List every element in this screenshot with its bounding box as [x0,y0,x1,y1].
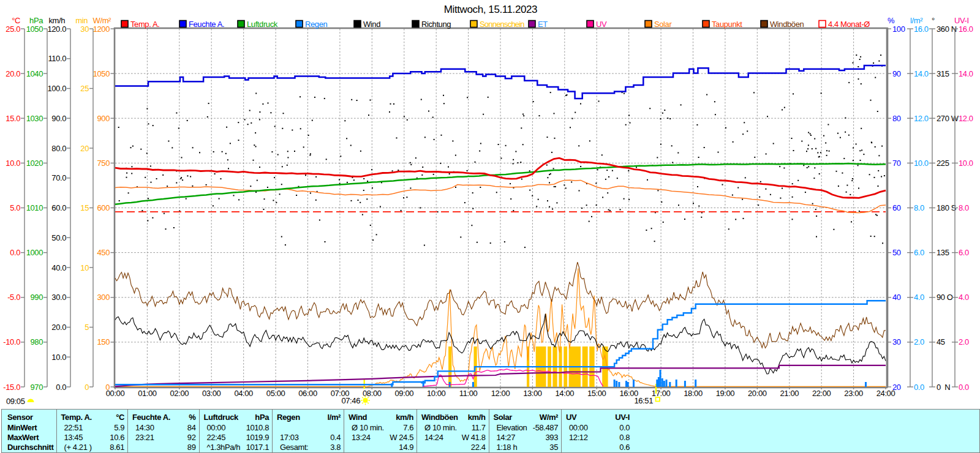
svg-text:1020: 1020 [26,159,43,168]
svg-text:1030: 1030 [26,114,43,123]
svg-text:-10.0: -10.0 [3,337,20,346]
svg-text:06:00: 06:00 [298,389,317,398]
svg-text:10.0: 10.0 [959,159,973,168]
svg-text:1050: 1050 [93,69,110,78]
svg-text:2.0: 2.0 [914,337,924,346]
svg-text:0.0: 0.0 [959,383,969,392]
svg-text:10.0: 10.0 [914,159,929,168]
svg-text:1000: 1000 [26,248,43,257]
svg-text:16.0: 16.0 [914,24,929,34]
svg-text:990: 990 [31,293,43,302]
svg-text:750: 750 [97,159,110,168]
svg-text:150: 150 [97,337,110,346]
svg-text:30: 30 [80,24,89,34]
svg-text:Wind: Wind [363,20,380,29]
svg-text:24:00: 24:00 [876,389,895,398]
svg-text:Feuchte A.: Feuchte A. [189,20,224,29]
svg-text:13:00: 13:00 [523,389,542,398]
svg-text:Mittwoch, 15.11.2023: Mittwoch, 15.11.2023 [444,4,537,15]
svg-text:18:00: 18:00 [684,389,703,398]
svg-text:90 O: 90 O [937,293,953,302]
svg-text:100: 100 [892,24,905,34]
svg-text:22:00: 22:00 [812,389,831,398]
svg-text:02:00: 02:00 [170,389,189,398]
svg-text:min: min [75,16,88,25]
svg-text:20: 20 [80,144,89,153]
svg-text:20:00: 20:00 [748,389,767,398]
svg-text:Regen: Regen [305,20,327,29]
svg-text:0.0: 0.0 [10,248,20,257]
svg-text:80: 80 [892,114,901,123]
svg-text:14.0: 14.0 [959,69,973,78]
svg-text:6.0: 6.0 [959,248,969,257]
svg-text:14:00: 14:00 [556,389,575,398]
svg-text:970: 970 [31,383,43,392]
svg-text:ET: ET [538,20,548,29]
svg-text:50: 50 [892,248,901,257]
svg-text:40.0: 40.0 [51,263,66,272]
svg-text:5.0: 5.0 [10,203,20,212]
svg-text:04:00: 04:00 [234,389,253,398]
svg-text:25: 25 [80,84,89,93]
svg-text:09:00: 09:00 [395,389,414,398]
svg-text:hPa: hPa [29,16,43,25]
svg-text:60.0: 60.0 [51,203,66,212]
svg-text:15: 15 [80,203,89,212]
svg-text:0.0: 0.0 [914,383,924,392]
svg-text:11:00: 11:00 [459,389,478,398]
svg-text:25.0: 25.0 [6,24,20,34]
svg-text:19:00: 19:00 [716,389,735,398]
svg-text:21:00: 21:00 [780,389,799,398]
svg-text:10.0: 10.0 [51,353,66,362]
svg-text:45: 45 [937,337,945,346]
svg-text:10.0: 10.0 [6,159,20,168]
svg-text:450: 450 [97,248,110,257]
svg-text:UV: UV [596,20,607,29]
svg-text:90.0: 90.0 [51,114,66,123]
svg-text:14.0: 14.0 [914,69,929,78]
svg-text:8.0: 8.0 [914,203,924,212]
svg-text:17:00: 17:00 [652,389,671,398]
svg-text:6.0: 6.0 [914,248,924,257]
svg-text:00:00: 00:00 [106,389,125,398]
svg-text:16.0: 16.0 [959,24,973,34]
svg-text:70: 70 [892,159,901,168]
svg-text:15.0: 15.0 [6,114,20,123]
svg-text:1200: 1200 [93,24,110,34]
svg-text:10:00: 10:00 [427,389,446,398]
svg-text:5: 5 [85,323,89,332]
svg-text:10: 10 [80,263,89,272]
svg-text:Richtung: Richtung [421,20,451,29]
svg-text:60: 60 [892,203,901,212]
svg-text:15:00: 15:00 [587,389,606,398]
svg-text:km/h: km/h [48,16,65,25]
svg-text:120.0: 120.0 [47,24,66,34]
svg-text:09:05: 09:05 [6,397,25,406]
svg-text:Solar: Solar [654,20,672,29]
svg-text:°C: °C [12,16,20,25]
svg-text:12.0: 12.0 [959,114,973,123]
svg-text:30.0: 30.0 [51,293,66,302]
svg-text:07:46: 07:46 [341,396,360,405]
svg-text:4.0: 4.0 [914,293,924,302]
svg-text:Windböen: Windböen [770,20,804,29]
svg-text:1040: 1040 [26,69,43,78]
svg-text:100.0: 100.0 [47,84,66,93]
svg-text:20.0: 20.0 [51,323,66,332]
svg-text:980: 980 [31,337,43,346]
svg-text:90: 90 [892,69,901,78]
svg-text:1010: 1010 [26,203,43,212]
svg-text:20.0: 20.0 [6,69,20,78]
svg-text:70.0: 70.0 [51,173,66,182]
svg-text:135: 135 [937,248,949,257]
svg-text:01:00: 01:00 [138,389,157,398]
svg-text:4.0: 4.0 [959,293,969,302]
svg-text:50.0: 50.0 [51,233,66,242]
svg-text:16:51: 16:51 [634,396,653,405]
svg-text:Taupunkt: Taupunkt [712,20,742,29]
svg-text:Temp. A.: Temp. A. [130,20,159,29]
svg-text:-5.0: -5.0 [7,293,20,302]
svg-text:8.0: 8.0 [959,203,969,212]
svg-text:600: 600 [97,203,110,212]
svg-text:12:00: 12:00 [491,389,510,398]
